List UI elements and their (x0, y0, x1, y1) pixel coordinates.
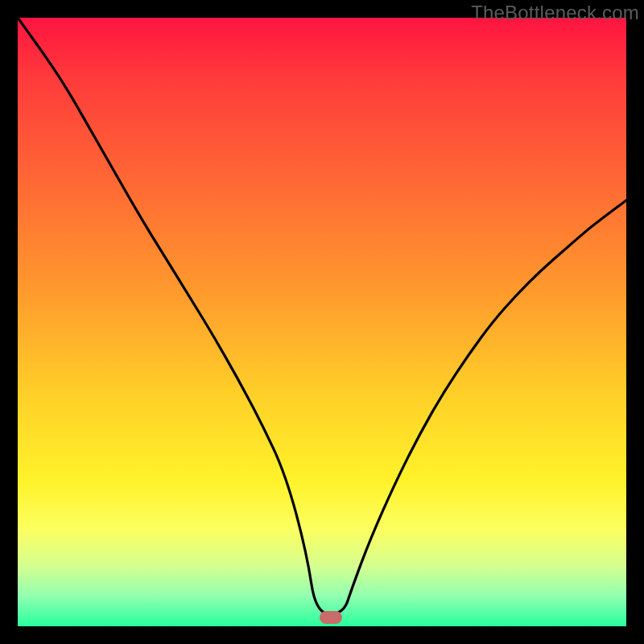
plot-area (18, 18, 626, 626)
watermark-text: TheBottleneck.com (471, 2, 639, 24)
chart-frame: TheBottleneck.com (0, 0, 644, 644)
optimal-point-marker (320, 611, 342, 624)
bottleneck-curve (18, 18, 626, 626)
